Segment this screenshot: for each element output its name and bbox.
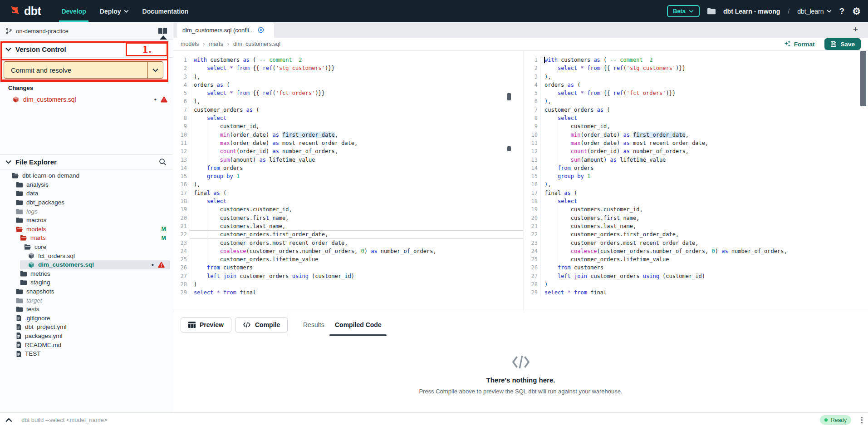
code-line[interactable]: 28) xyxy=(524,280,868,288)
code-line[interactable]: 18 select xyxy=(524,197,868,205)
code-line[interactable]: 22 customer_orders.first_order_date, xyxy=(524,230,868,238)
code-line[interactable]: 2 select * from {{ ref('stg_customers')}… xyxy=(173,64,523,72)
tree-item-target[interactable]: target xyxy=(0,296,173,305)
code-line[interactable]: 8 select xyxy=(524,114,868,122)
save-button[interactable]: Save xyxy=(824,38,861,50)
editor-scrollbar-thumb[interactable] xyxy=(860,51,866,106)
code-line[interactable]: 15 group by 1 xyxy=(524,172,868,180)
tree-item-readme-md[interactable]: README.md xyxy=(0,340,173,349)
changed-file-row[interactable]: dim_customers.sql• xyxy=(0,93,173,106)
code-line[interactable]: 26 from customers xyxy=(173,263,523,272)
tree-item-staging[interactable]: staging xyxy=(0,278,173,287)
tree-item-dbt-learn-on-demand[interactable]: dbt-learn-on-demand xyxy=(0,171,173,180)
code-line[interactable]: 7customer_orders as ( xyxy=(173,106,523,114)
nav-deploy[interactable]: Deploy xyxy=(93,0,136,22)
code-line[interactable]: 9 customer_id, xyxy=(173,122,523,130)
editor-pane-left[interactable]: 1with customers as ( -- comment 22 selec… xyxy=(173,51,523,311)
code-line[interactable]: 24 coalesce(customer_orders.number_of_or… xyxy=(173,247,523,255)
dbt-logo[interactable]: dbt xyxy=(0,0,41,22)
nav-develop[interactable]: Develop xyxy=(54,0,93,22)
tree-item-metrics[interactable]: metrics xyxy=(0,269,173,278)
tree-item-logs[interactable]: logs xyxy=(0,207,173,216)
tree-item-marts[interactable]: martsM xyxy=(0,233,173,243)
tab-results[interactable]: Results xyxy=(303,321,324,328)
code-line[interactable]: 23 customer_orders.most_recent_order_dat… xyxy=(524,239,868,247)
branch-row[interactable]: on-demand-practice xyxy=(0,22,173,40)
commit-and-resolve-button[interactable]: Commit and resolve xyxy=(4,61,163,79)
tree-item-core[interactable]: core xyxy=(0,243,173,252)
kebab-menu-icon[interactable] xyxy=(861,417,863,423)
code-line[interactable]: 16), xyxy=(524,180,868,189)
code-line[interactable]: 1with customers as ( -- comment 2 xyxy=(173,56,523,64)
preview-button[interactable]: Preview xyxy=(181,317,231,333)
editor-pane-right[interactable]: 1with customers as ( -- comment 22 selec… xyxy=(524,51,868,311)
code-line[interactable]: 20 customers.first_name, xyxy=(524,214,868,222)
code-line[interactable]: 11 max(order_date) as most_recent_order_… xyxy=(524,139,868,147)
tree-item-packages-yml[interactable]: packages.yml xyxy=(0,332,173,341)
code-line[interactable]: 17final as ( xyxy=(524,189,868,197)
code-line[interactable]: 19 customers.customer_id, xyxy=(173,205,523,214)
help-icon[interactable]: ? xyxy=(839,6,845,16)
code-line[interactable]: 19 customers.customer_id, xyxy=(524,205,868,214)
code-line[interactable]: 1with customers as ( -- comment 2 xyxy=(524,56,868,64)
code-line[interactable]: 22 customer_orders.first_order_date, xyxy=(173,230,523,238)
gear-icon[interactable]: ⚙ xyxy=(852,6,861,17)
commit-dropdown-caret[interactable] xyxy=(147,62,163,78)
code-line[interactable]: 29select * from final xyxy=(524,288,868,297)
format-button[interactable]: Format xyxy=(784,40,815,48)
tree-item-dbt-project-yml[interactable]: dbt_project.yml xyxy=(0,323,173,332)
code-line[interactable]: 4orders as ( xyxy=(173,81,523,89)
code-line[interactable]: 10 min(order_date) as first_order_date, xyxy=(524,131,868,139)
tree-item--gitignore[interactable]: .gitignore xyxy=(0,314,173,323)
breadcrumb-marts[interactable]: marts xyxy=(209,41,223,47)
tree-item-analysis[interactable]: analysis xyxy=(0,180,173,189)
tree-item-fct-orders-sql[interactable]: fct_orders.sql xyxy=(0,251,173,260)
tab-dim-customers[interactable]: dim_customers.sql (confli... xyxy=(177,22,274,38)
code-line[interactable]: 3), xyxy=(173,73,523,81)
code-line[interactable]: 6), xyxy=(524,97,868,105)
tab-compiled-code[interactable]: Compiled Code xyxy=(335,321,382,328)
tree-item-tests[interactable]: tests xyxy=(0,305,173,314)
code-line[interactable]: 3), xyxy=(524,73,868,81)
code-line[interactable]: 13 sum(amount) as lifetime_value xyxy=(173,156,523,164)
code-line[interactable]: 7customer_orders as ( xyxy=(524,106,868,114)
code-line[interactable]: 21 customers.last_name, xyxy=(524,222,868,230)
code-line[interactable]: 14 from orders xyxy=(173,164,523,172)
code-line[interactable]: 8 select xyxy=(173,114,523,122)
search-icon[interactable] xyxy=(159,158,167,166)
code-line[interactable]: 5 select * from {{ ref('fct_orders')}} xyxy=(173,89,523,97)
tree-item-snapshots[interactable]: snapshots xyxy=(0,287,173,296)
code-line[interactable]: 11 max(order_date) as most_recent_order_… xyxy=(173,139,523,147)
code-line[interactable]: 14 from orders xyxy=(524,164,868,172)
code-line[interactable]: 12 count(order_id) as number_of_orders, xyxy=(524,147,868,155)
code-line[interactable]: 17final as ( xyxy=(173,189,523,197)
code-line[interactable]: 20 customers.first_name, xyxy=(173,214,523,222)
code-line[interactable]: 24 coalesce(customer_orders.number_of_or… xyxy=(524,247,868,255)
tree-item-dbt-packages[interactable]: dbt_packages xyxy=(0,198,173,207)
book-icon[interactable] xyxy=(158,27,167,35)
tree-item-dim-customers-sql[interactable]: dim_customers.sql• xyxy=(20,260,170,269)
code-line[interactable]: 29select * from final xyxy=(173,288,523,297)
new-tab-button[interactable]: + xyxy=(853,25,858,35)
code-line[interactable]: 9 customer_id, xyxy=(524,122,868,130)
project-selector[interactable]: dbt_learn xyxy=(797,8,831,15)
code-line[interactable]: 12 count(order_id) as number_of_orders, xyxy=(173,147,523,155)
code-line[interactable]: 18 select xyxy=(173,197,523,205)
code-line[interactable]: 16), xyxy=(173,180,523,189)
code-line[interactable]: 25 customer_orders.lifetime_value xyxy=(173,255,523,263)
code-line[interactable]: 13 sum(amount) as lifetime_value xyxy=(524,156,868,164)
code-line[interactable]: 27 left join customer_orders using (cust… xyxy=(524,272,868,280)
compile-button[interactable]: Compile xyxy=(235,317,288,333)
code-line[interactable]: 5 select * from {{ ref('fct_orders')}} xyxy=(524,89,868,97)
file-explorer-header[interactable]: File Explorer xyxy=(0,154,173,169)
code-line[interactable]: 4orders as ( xyxy=(524,81,868,89)
breadcrumb-models[interactable]: models xyxy=(181,41,199,47)
tree-item-test[interactable]: TEST xyxy=(0,349,173,358)
code-line[interactable]: 23 customer_orders.most_recent_order_dat… xyxy=(173,239,523,247)
code-line[interactable]: 15 group by 1 xyxy=(173,172,523,180)
code-line[interactable]: 21 customers.last_name, xyxy=(173,222,523,230)
code-line[interactable]: 27 left join customer_orders using (cust… xyxy=(173,272,523,280)
nav-documentation[interactable]: Documentation xyxy=(136,0,196,22)
code-line[interactable]: 6), xyxy=(173,97,523,105)
code-line[interactable]: 25 customer_orders.lifetime_value xyxy=(524,255,868,263)
